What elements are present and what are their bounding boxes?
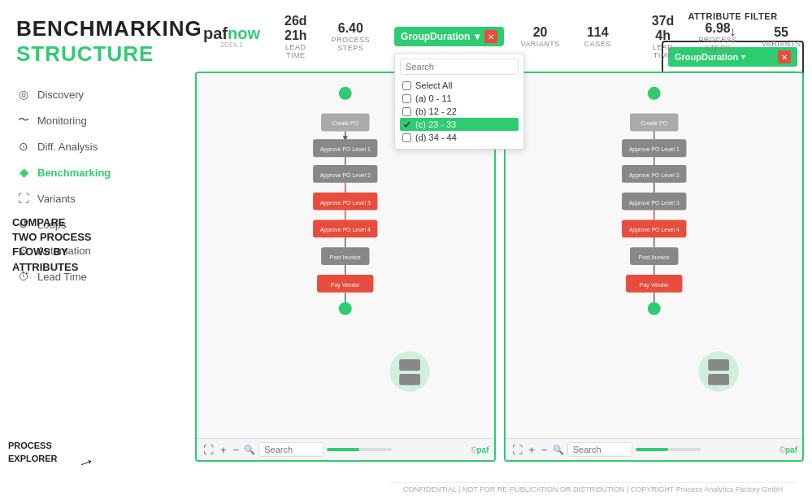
sidebar-item-label: Diff. Analysis [37,141,98,153]
svg-text:Create PO: Create PO [332,120,358,126]
stats-area: paf now 2019.1 26d 21h LEAD TIME 6.40 PR… [195,8,804,65]
now-text: now [228,25,260,41]
left-checkbox-d[interactable] [402,133,411,142]
svg-text:Post Invoice: Post Invoice [638,254,669,260]
svg-rect-25 [399,374,420,385]
right-process-steps: 6.98 PROCESS STEPS [698,21,737,52]
svg-point-22 [339,302,352,315]
svg-text:Pay Vendor: Pay Vendor [639,282,669,289]
right-zoom-in-button[interactable]: + [528,444,537,456]
benchmarking-icon: ◈ [16,165,31,180]
left-option-c[interactable]: (c) 23 - 33 [400,118,519,131]
left-filter-close-button[interactable]: ✕ [484,30,497,43]
title-benchmarking: BENCHMARKING [16,16,202,41]
sidebar-item-monitoring[interactable]: 〜 Monitoring [8,107,195,133]
svg-text:Create PO: Create PO [640,120,667,126]
sidebar-item-discovery[interactable]: ◎ Discovery [8,81,195,107]
confidential-bar: CONFIDENTIAL | NOT FOR RE-PUBLICATION OR… [390,482,796,496]
sidebar-item-label: Discovery [37,89,84,101]
diff-icon: ⊙ [16,139,31,154]
sidebar-item-label: Variants [37,193,76,205]
sidebar-item-benchmarking[interactable]: ◈ Benchmarking [8,159,195,185]
svg-text:Approve PO Level 3: Approve PO Level 3 [628,200,679,206]
svg-point-50 [698,351,739,392]
left-checkbox-b[interactable] [402,107,411,116]
title-area: BENCHMARKING STRUCTURE [16,16,202,67]
left-search-icon: 🔍 [244,445,255,455]
left-filter-arrow-icon: ▾ [475,31,480,42]
process-explorer-label: PROCESSEXPLORER [8,440,58,465]
left-slider[interactable] [327,448,392,451]
svg-point-23 [389,351,430,392]
svg-point-0 [339,87,352,100]
svg-text:Approve PO Level 2: Approve PO Level 2 [628,172,679,179]
left-filter-container: GroupDuration ▾ ✕ Select All (a) 0 - 11 … [394,27,512,46]
svg-point-49 [647,302,660,315]
svg-text:Pay Vendor: Pay Vendor [331,282,361,289]
left-checkbox-c[interactable] [402,120,411,129]
left-checkbox-a[interactable] [402,94,411,103]
sidebar-item-variants[interactable]: ⛶ Variants [8,185,195,211]
left-filter-dropdown[interactable]: GroupDuration ▾ ✕ [394,27,504,46]
right-flow-panel: Create PO Approve PO Level 1 Approve PO … [504,72,805,462]
left-option-a[interactable]: (a) 0 - 11 [400,92,519,105]
svg-text:Approve PO Level 2: Approve PO Level 2 [320,172,371,179]
left-variants: 20 VARIANTS [520,25,559,48]
svg-rect-24 [399,359,420,371]
right-search-icon: 🔍 [553,445,564,455]
left-option-d[interactable]: (d) 34 - 44 [400,131,519,144]
svg-rect-52 [708,374,729,385]
right-lead-time: 37d 4h LEAD TIME [652,14,675,59]
left-checkbox-select-all[interactable] [402,81,411,90]
right-slider[interactable] [636,448,701,451]
left-search-input[interactable] [258,442,323,457]
svg-text:Approve PO Level 1: Approve PO Level 1 [320,146,371,153]
svg-text:Approve PO Level 4: Approve PO Level 4 [628,227,679,233]
left-fullscreen-button[interactable]: ⛶ [202,444,215,456]
left-toolbar: ⛶ + − 🔍 ©paf [197,438,494,460]
variants-icon: ⛶ [16,191,31,206]
right-flow-diagram: Create PO Approve PO Level 1 Approve PO … [506,73,803,460]
svg-text:Approve PO Level 4: Approve PO Level 4 [320,227,371,233]
sidebar-item-label: Monitoring [37,115,87,127]
right-zoom-out-button[interactable]: − [540,444,549,456]
main-content: paf now 2019.1 26d 21h LEAD TIME 6.40 PR… [195,8,804,496]
compare-label: COMPARETWO PROCESSFLOWS BYATTRIBUTES [12,215,92,275]
right-toolbar: ⛶ + − 🔍 ©paf [506,438,803,460]
title-structure: STRUCTURE [16,41,202,67]
svg-rect-51 [708,359,729,371]
sidebar-item-label: Benchmarking [37,167,111,179]
left-dropdown-panel: Select All (a) 0 - 11 (b) 12 - 22 (c) 23… [394,53,524,150]
left-lead-time: 26d 21h LEAD TIME [284,14,307,59]
left-option-select-all[interactable]: Select All [400,79,519,92]
paf-text: paf [203,25,228,41]
discovery-icon: ◎ [16,87,31,102]
monitoring-icon: 〜 [16,113,31,128]
left-filter-search[interactable] [400,59,519,75]
svg-text:Approve PO Level 3: Approve PO Level 3 [320,200,371,206]
left-zoom-out-button[interactable]: − [232,444,241,456]
left-zoom-in-button[interactable]: + [219,444,228,456]
left-filter-label: GroupDuration [401,31,470,42]
right-search-input[interactable] [567,442,632,457]
svg-text:Approve PO Level 1: Approve PO Level 1 [628,146,679,153]
right-variants: 55 VARIANTS [762,25,801,48]
left-paf-watermark: ©paf [471,445,489,454]
version-text: 2019.1 [220,41,243,49]
sidebar-item-diff-analysis[interactable]: ⊙ Diff. Analysis [8,133,195,159]
right-fullscreen-button[interactable]: ⛶ [510,444,524,456]
left-process-steps: 6.40 PROCESS STEPS [332,21,371,52]
left-option-b[interactable]: (b) 12 - 22 [400,105,519,118]
process-explorer-arrow: → [74,450,98,476]
right-paf-watermark: ©paf [779,445,797,454]
svg-text:Post Invoice: Post Invoice [330,254,361,260]
svg-point-27 [647,87,660,100]
paf-logo: paf now 2019.1 [203,25,260,49]
left-cases: 114 CASES [584,25,611,48]
